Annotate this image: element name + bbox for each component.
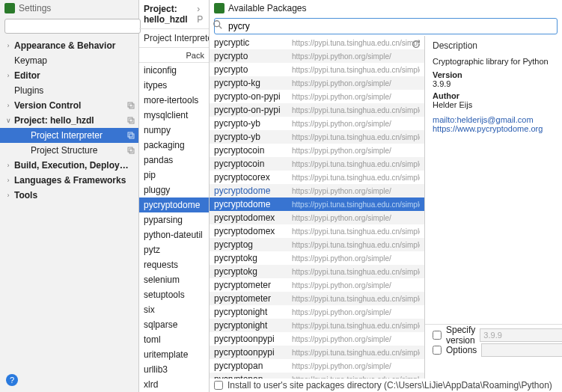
result-row[interactable]: pycryptometerhttps://pypi.tuna.tsinghua.…: [210, 292, 424, 305]
package-sqlparse[interactable]: sqlparse: [139, 317, 209, 332]
result-row[interactable]: pycryptodomexhttps://pypi.python.org/sim…: [210, 211, 424, 224]
installed-packages-list[interactable]: iniconfigitypesmore-itertoolsmysqlclient…: [139, 63, 209, 391]
project-breadcrumb: Project: hello_hzdl › P: [139, 0, 209, 29]
tree-label: Appearance & Behavior: [14, 40, 135, 51]
result-row[interactable]: pycryptohttps://pypi.tuna.tsinghua.edu.c…: [210, 63, 424, 76]
package-itypes[interactable]: itypes: [139, 78, 209, 93]
result-row[interactable]: pycryptichttps://pypi.tuna.tsinghua.edu.…: [210, 36, 424, 49]
arrow-icon: ›: [4, 192, 12, 199]
package-pip[interactable]: pip: [139, 168, 209, 183]
result-row[interactable]: pycryptoonpypihttps://pypi.python.org/si…: [210, 332, 424, 346]
package-requests[interactable]: requests: [139, 257, 209, 272]
tree-label: Project Interpreter: [31, 130, 126, 141]
package-uritemplate[interactable]: uritemplate: [139, 347, 209, 362]
package-pyparsing[interactable]: pyparsing: [139, 212, 209, 227]
tree-item-languages-frameworks[interactable]: ›Languages & Frameworks: [0, 173, 138, 188]
tree-item-plugins[interactable]: Plugins: [0, 83, 138, 98]
package-urllib3[interactable]: urllib3: [139, 362, 209, 377]
settings-title: Settings: [19, 3, 51, 13]
result-name: pycryptocoin: [214, 159, 292, 169]
project-url-link[interactable]: https://www.pycryptodome.org: [433, 124, 555, 133]
tree-item-keymap[interactable]: Keymap: [0, 53, 138, 68]
install-user-checkbox[interactable]: [214, 381, 223, 390]
tree-item-project-structure[interactable]: Project Structure: [0, 143, 138, 158]
result-row[interactable]: pycryptopanhttps://pypi.python.org/simpl…: [210, 359, 424, 373]
result-url: https://pypi.tuna.tsinghua.edu.cn/simple…: [292, 133, 420, 141]
package-pytz[interactable]: pytz: [139, 242, 209, 257]
package-toml[interactable]: toml: [139, 332, 209, 347]
package-iniconfig[interactable]: iniconfig: [139, 63, 209, 78]
result-row[interactable]: pycryptodomexhttps://pypi.tuna.tsinghua.…: [210, 224, 424, 238]
result-name: pycrypto-on-pypi: [214, 105, 292, 115]
search-results-list[interactable]: pycryptichttps://pypi.tuna.tsinghua.edu.…: [210, 36, 425, 379]
result-row[interactable]: pycryptokghttps://pypi.python.org/simple…: [210, 251, 424, 265]
tree-item-version-control[interactable]: ›Version Control: [0, 98, 138, 113]
svg-rect-4: [128, 132, 132, 137]
result-name: pycryptocorex: [214, 172, 292, 183]
package-pycryptodome[interactable]: pycryptodome: [139, 197, 209, 212]
svg-point-8: [214, 21, 220, 27]
tree-label: Languages & Frameworks: [14, 175, 135, 186]
tree-item-appearance-behavior[interactable]: ›Appearance & Behavior: [0, 38, 138, 53]
result-row[interactable]: pycryptocorexhttps://pypi.tuna.tsinghua.…: [210, 171, 424, 184]
package-xlrd[interactable]: xlrd: [139, 377, 209, 391]
package-six[interactable]: six: [139, 302, 209, 317]
result-name: pycryptoonpypi: [214, 334, 292, 344]
result-row[interactable]: pycryptokghttps://pypi.tuna.tsinghua.edu…: [210, 265, 424, 278]
result-row[interactable]: pycryptohttps://pypi.python.org/simple/: [210, 49, 424, 63]
package-numpy[interactable]: numpy: [139, 123, 209, 138]
result-row[interactable]: pycryptocoinhttps://pypi.python.org/simp…: [210, 144, 424, 157]
result-row[interactable]: pycryptopanhttps://pypi.tuna.tsinghua.ed…: [210, 373, 424, 379]
options-checkbox[interactable]: [433, 346, 442, 355]
result-row[interactable]: pycryptoghttps://pypi.tuna.tsinghua.edu.…: [210, 238, 424, 251]
result-row[interactable]: pycrypto-ybhttps://pypi.python.org/simpl…: [210, 117, 424, 130]
result-url: https://pypi.python.org/simple/: [292, 335, 420, 343]
tree-item-tools[interactable]: ›Tools: [0, 188, 138, 203]
available-title: Available Packages: [228, 3, 307, 13]
result-name: pycryptopan: [214, 374, 292, 379]
result-url: https://pypi.python.org/simple/: [292, 79, 420, 88]
project-panel: Project: hello_hzdl › P Project Interpre…: [139, 0, 210, 392]
package-pluggy[interactable]: pluggy: [139, 183, 209, 197]
tree-item-build-execution-deployment[interactable]: ›Build, Execution, Deployment: [0, 158, 138, 173]
result-row[interactable]: pycrypto-on-pypihttps://pypi.python.org/…: [210, 90, 424, 103]
result-row[interactable]: pycrypto-ybhttps://pypi.tuna.tsinghua.ed…: [210, 130, 424, 144]
copy-icon: [126, 131, 135, 140]
author-email-link[interactable]: mailto:helderijs@gmail.com: [433, 115, 555, 124]
result-url: https://pypi.python.org/simple/: [292, 308, 420, 316]
package-search-input[interactable]: [214, 18, 558, 34]
help-icon[interactable]: ?: [6, 374, 18, 386]
available-titlebar: Available Packages: [210, 0, 562, 16]
tree-item-editor[interactable]: ›Editor: [0, 68, 138, 83]
tree-item-project-interpreter[interactable]: Project Interpreter: [0, 128, 138, 143]
tree-item-project-hello-hzdl[interactable]: ∨Project: hello_hzdl: [0, 113, 138, 128]
package-python-dateutil[interactable]: python-dateutil: [139, 227, 209, 242]
result-url: https://pypi.tuna.tsinghua.edu.cn/simple…: [292, 66, 420, 74]
result-row[interactable]: pycryptodomehttps://pypi.python.org/simp…: [210, 184, 424, 197]
result-row[interactable]: pycrypto-on-pypihttps://pypi.tuna.tsingh…: [210, 103, 424, 117]
package-mysqlclient[interactable]: mysqlclient: [139, 108, 209, 123]
result-name: pycryptokg: [214, 266, 292, 277]
reload-icon[interactable]: [411, 39, 421, 49]
result-row[interactable]: pycryptodomehttps://pypi.tuna.tsinghua.e…: [210, 197, 424, 211]
settings-titlebar: Settings: [0, 0, 138, 16]
result-row[interactable]: pycryptoonpypihttps://pypi.tuna.tsinghua…: [210, 346, 424, 359]
result-url: https://pypi.tuna.tsinghua.edu.cn/simple…: [292, 200, 420, 209]
tree-label: Tools: [14, 190, 135, 200]
specify-version-checkbox[interactable]: [433, 331, 442, 340]
result-row[interactable]: pycryptonighthttps://pypi.tuna.tsinghua.…: [210, 319, 424, 332]
package-selenium[interactable]: selenium: [139, 272, 209, 287]
package-more-itertools[interactable]: more-itertools: [139, 93, 209, 108]
package-setuptools[interactable]: setuptools: [139, 287, 209, 302]
result-row[interactable]: pycryptocoinhttps://pypi.tuna.tsinghua.e…: [210, 157, 424, 171]
result-row[interactable]: pycryptonighthttps://pypi.python.org/sim…: [210, 305, 424, 319]
svg-rect-0: [128, 102, 132, 107]
settings-search-input[interactable]: [4, 19, 141, 34]
result-row[interactable]: pycrypto-kghttps://pypi.python.org/simpl…: [210, 76, 424, 90]
specify-version-input[interactable]: [480, 328, 562, 342]
package-pandas[interactable]: pandas: [139, 153, 209, 168]
package-packaging[interactable]: packaging: [139, 138, 209, 153]
options-input[interactable]: [481, 343, 562, 357]
result-row[interactable]: pycryptometerhttps://pypi.python.org/sim…: [210, 278, 424, 292]
result-url: https://pypi.tuna.tsinghua.edu.cn/simple…: [292, 349, 420, 357]
